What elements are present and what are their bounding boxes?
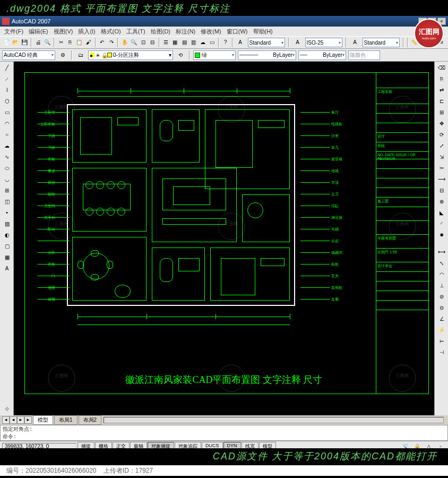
designcenter-icon[interactable]: ▦: [171, 37, 179, 48]
scale-icon[interactable]: ⤢: [436, 141, 447, 151]
xline-icon[interactable]: ⟋: [1, 74, 13, 84]
dim-rad-icon[interactable]: ⊘: [436, 292, 447, 302]
offset-icon[interactable]: ⊏: [436, 96, 447, 107]
open-icon[interactable]: 📂: [11, 37, 19, 48]
dim-align-icon[interactable]: ⤡: [436, 258, 447, 269]
polygon-icon[interactable]: ⬡: [1, 96, 13, 107]
color-combo[interactable]: 绿▾: [193, 50, 236, 60]
ucs-icon[interactable]: ⊹: [1, 404, 13, 414]
pan-icon[interactable]: ✋: [120, 37, 128, 48]
menu-D[interactable]: 绘图(D): [149, 28, 173, 35]
linetype-combo[interactable]: ─────ByLayer▾: [238, 50, 296, 60]
trim-icon[interactable]: ✂: [436, 163, 447, 174]
sheetset-icon[interactable]: ▥: [189, 37, 197, 48]
layer-manager-icon[interactable]: 🗂: [75, 50, 86, 61]
menu-F[interactable]: 文件(F): [2, 28, 25, 35]
zoom-prev-icon[interactable]: ⊟: [148, 37, 156, 48]
tab-layout1[interactable]: 布局1: [54, 415, 77, 425]
arc-icon[interactable]: ◠: [1, 118, 13, 129]
dim-quick-icon[interactable]: ⚡: [436, 325, 447, 336]
menu-E[interactable]: 编辑(E): [27, 28, 50, 35]
dim-base-icon[interactable]: ⊢: [436, 336, 447, 347]
point-icon[interactable]: •: [1, 208, 13, 218]
paste-icon[interactable]: 📋: [75, 37, 83, 48]
text-style-icon[interactable]: A: [235, 37, 246, 48]
dim-linear-icon[interactable]: ⟷: [436, 247, 447, 258]
markup-icon[interactable]: ☁: [199, 37, 206, 48]
print-icon[interactable]: 🖨: [34, 37, 42, 48]
help-icon[interactable]: ?: [221, 37, 229, 48]
table-style-combo[interactable]: Standard▾: [363, 38, 400, 47]
table-icon[interactable]: ▦: [1, 252, 13, 263]
chamfer-icon[interactable]: ◣: [436, 208, 447, 218]
dim-dia-icon[interactable]: ⊖: [436, 303, 447, 313]
ellipse-icon[interactable]: ⬭: [1, 163, 13, 174]
workspace-combo[interactable]: AutoCAD 经典▾: [2, 50, 55, 60]
cmd-prompt[interactable]: 命令:: [1, 433, 447, 440]
gradient-icon[interactable]: ◐: [1, 230, 13, 241]
redo-icon[interactable]: ↷: [107, 37, 115, 48]
tab-nav-btn[interactable]: ◄: [10, 416, 17, 424]
tab-nav-btn[interactable]: ►: [17, 416, 24, 424]
properties-icon[interactable]: ☰: [162, 37, 170, 48]
circle-icon[interactable]: ○: [1, 130, 13, 140]
cut-icon[interactable]: ✂: [57, 37, 65, 48]
insert-icon[interactable]: ⊞: [1, 185, 13, 196]
dim-style-combo[interactable]: ISO-25▾: [305, 38, 342, 47]
dim-ord-icon[interactable]: ⊥: [436, 280, 447, 291]
extend-icon[interactable]: ⟶: [436, 174, 447, 185]
table-style-icon[interactable]: A: [350, 37, 360, 48]
copy-icon[interactable]: ⎘: [66, 37, 74, 48]
line-icon[interactable]: ╱: [1, 63, 13, 73]
layer-prev-icon[interactable]: ⟲: [175, 50, 186, 61]
undo-icon[interactable]: ↶: [98, 37, 106, 48]
preview-icon[interactable]: 🔍: [44, 37, 51, 48]
lineweight-combo[interactable]: ──ByLayer▾: [298, 50, 346, 60]
menu-H[interactable]: 帮助(H): [251, 28, 275, 35]
revcloud-icon[interactable]: ☁: [1, 141, 13, 151]
hscrollbar[interactable]: [104, 417, 444, 423]
region2-icon[interactable]: ▢: [1, 241, 13, 252]
pline-icon[interactable]: ⌇: [1, 85, 13, 96]
rotate-icon[interactable]: ⟳: [436, 130, 447, 140]
menu-M[interactable]: 修改(M): [199, 28, 223, 35]
array-icon[interactable]: ⊞: [436, 107, 447, 118]
dim-ang-icon[interactable]: ∠: [436, 314, 447, 325]
join-icon[interactable]: ⊕: [436, 197, 447, 207]
explode-icon[interactable]: ✸: [436, 230, 447, 241]
dim-arc-icon[interactable]: ◠: [436, 269, 447, 280]
save-icon[interactable]: 💾: [21, 37, 29, 48]
tab-nav-btn[interactable]: ►: [24, 416, 32, 424]
mirror-icon[interactable]: ⇄: [436, 85, 447, 96]
tab-nav-btn[interactable]: ◄: [2, 416, 10, 424]
workspace-settings-icon[interactable]: ⚙: [57, 50, 68, 61]
erase-icon[interactable]: ⌫: [436, 63, 447, 73]
copy2-icon[interactable]: ⎘: [436, 74, 447, 84]
layer-combo[interactable]: ● ☀ 🔓 0-分区注释 ▾: [88, 50, 173, 60]
zoom-icon[interactable]: 🔍: [130, 37, 138, 48]
tab-model[interactable]: 模型: [33, 415, 53, 425]
hatch-icon[interactable]: ▨: [1, 219, 13, 229]
ellipsearc-icon[interactable]: ◡: [1, 174, 13, 185]
tab-layout2[interactable]: 布局2: [79, 415, 102, 425]
menu-V[interactable]: 视图(V): [51, 28, 75, 35]
menu-W[interactable]: 窗口(W): [225, 28, 250, 35]
drawing-canvas[interactable]: 工程名称设计审核NO. DATE ISSUE / OR REVISION施工图平…: [14, 62, 434, 415]
menu-O[interactable]: 格式(O): [99, 28, 123, 35]
toolpalette-icon[interactable]: ▤: [180, 37, 188, 48]
match-icon[interactable]: 🖌: [84, 37, 92, 48]
fillet-icon[interactable]: ◜: [436, 219, 447, 229]
text-style-combo[interactable]: Standard▾: [248, 38, 285, 47]
zoom-window-icon[interactable]: ⊡: [139, 37, 147, 48]
dim-cont-icon[interactable]: ⊣: [436, 347, 447, 358]
calc-icon[interactable]: ▭: [208, 37, 216, 48]
mtext-icon[interactable]: A: [1, 263, 13, 274]
command-line[interactable]: 指定对角点: 命令:: [0, 425, 448, 441]
stretch-icon[interactable]: ⇲: [436, 152, 447, 163]
move-icon[interactable]: ✥: [436, 118, 447, 129]
menu-N[interactable]: 标注(N): [174, 28, 197, 35]
spline-icon[interactable]: ∿: [1, 152, 13, 163]
menu-T[interactable]: 工具(T): [124, 28, 148, 35]
menu-I[interactable]: 插入(I): [76, 28, 97, 35]
block-icon[interactable]: ◫: [1, 197, 13, 207]
